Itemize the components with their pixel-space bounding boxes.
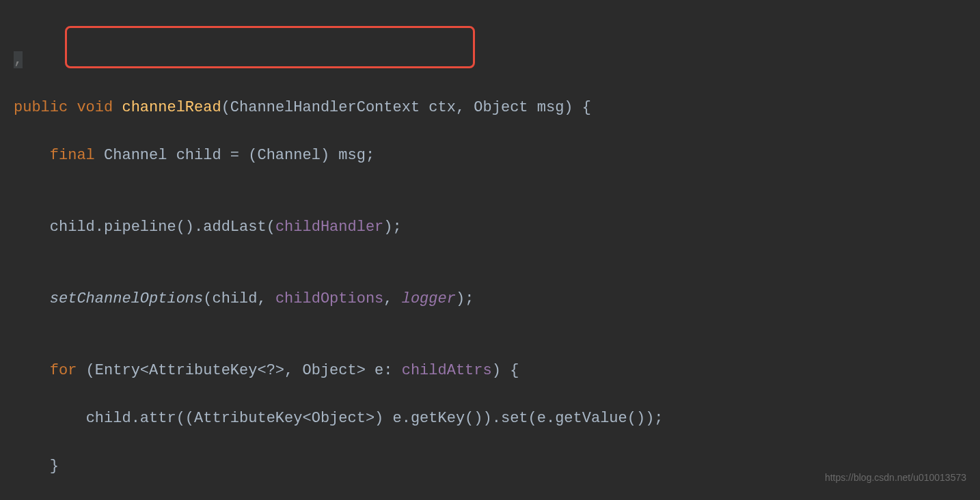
keyword-final: final bbox=[50, 147, 95, 164]
closing-paren: ); bbox=[383, 219, 401, 236]
pipeline-call: child.pipeline().addLast( bbox=[50, 219, 275, 236]
attr-set-call: child.attr((AttributeKey<Object>) e.getK… bbox=[86, 410, 664, 427]
for-header: (Entry<AttributeKey<?>, Object> e: bbox=[77, 362, 401, 379]
for-open: ) { bbox=[492, 362, 519, 379]
field-childOptions: childOptions bbox=[275, 290, 383, 307]
keyword-void: void bbox=[77, 99, 113, 116]
closing: ); bbox=[456, 290, 474, 307]
watermark-text: https://blog.csdn.net/u010013573 bbox=[825, 466, 966, 490]
param-logger: logger bbox=[402, 290, 456, 307]
code-editor[interactable]: ,"unchecked" public void channelRead(Cha… bbox=[14, 0, 980, 500]
method-channelRead: channelRead bbox=[122, 99, 221, 116]
field-childHandler: childHandler bbox=[275, 219, 383, 236]
comma: , bbox=[383, 290, 401, 307]
cast-assignment: Channel child = (Channel) msg; bbox=[95, 147, 375, 164]
field-childAttrs: childAttrs bbox=[402, 362, 492, 379]
method-setChannelOptions: setChannelOptions bbox=[50, 290, 203, 307]
annotation-partial: , bbox=[14, 51, 23, 68]
for-close: } bbox=[50, 458, 59, 475]
keyword-public: public bbox=[14, 99, 68, 116]
keyword-for: for bbox=[50, 362, 77, 379]
method-params: (ChannelHandlerContext ctx, Object msg) … bbox=[221, 99, 591, 116]
params-open: (child, bbox=[203, 290, 275, 307]
